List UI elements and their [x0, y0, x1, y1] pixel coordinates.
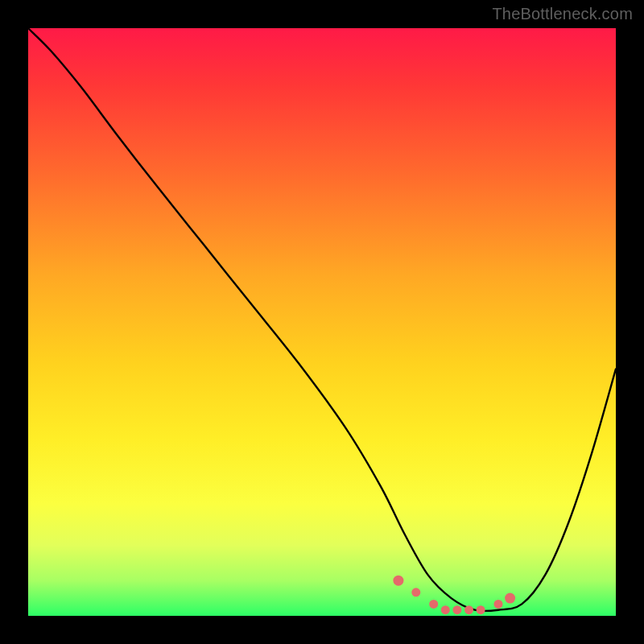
chart-frame: TheBottleneck.com — [0, 0, 644, 644]
curve-marker — [505, 593, 515, 604]
plot-area — [28, 28, 616, 616]
curve-svg — [28, 28, 616, 616]
curve-marker — [464, 605, 473, 614]
curve-marker — [494, 600, 503, 609]
bottleneck-curve-path — [28, 28, 616, 611]
curve-marker — [441, 605, 450, 614]
watermark-text: TheBottleneck.com — [492, 5, 633, 23]
marker-group — [393, 576, 515, 615]
curve-marker — [411, 588, 420, 597]
curve-marker — [393, 576, 403, 586]
curve-marker — [477, 605, 485, 614]
curve-marker — [452, 605, 461, 614]
curve-marker — [429, 600, 438, 609]
